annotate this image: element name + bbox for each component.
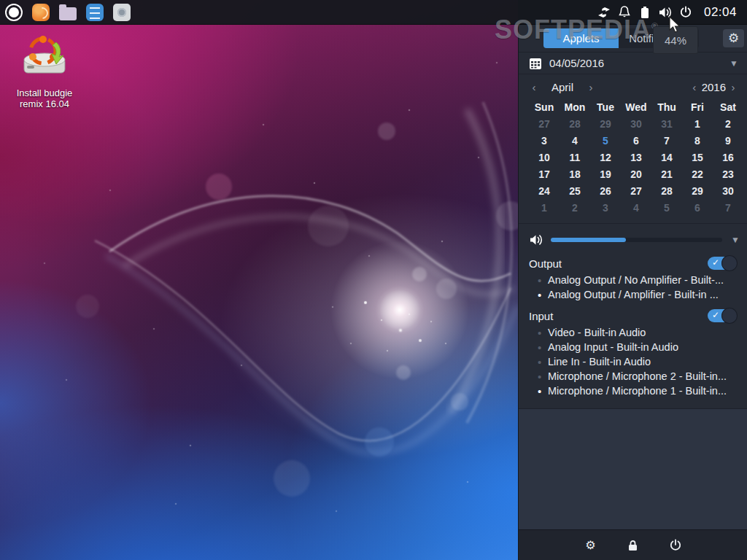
device-list-item[interactable]: •Video - Built-in Audio [538, 325, 741, 340]
desktop-icon-install-budgie[interactable]: Install budgie remix 16.04 [9, 32, 80, 109]
device-label: Analog Output / No Amplifier - Built-... [548, 274, 724, 286]
next-year-button[interactable]: › [728, 81, 738, 93]
clock[interactable]: 02:04 [698, 5, 740, 20]
output-heading-row: Output ✓ [519, 249, 747, 271]
software-launcher[interactable] [112, 2, 132, 23]
raven-tab-group: Applets Notifications [543, 28, 699, 48]
calendar-day[interactable]: 15 [682, 149, 713, 166]
device-list-item[interactable]: •Analog Input - Built-in Audio [538, 340, 741, 354]
calendar-day[interactable]: 29 [682, 182, 713, 199]
text-editor-launcher[interactable] [85, 2, 105, 23]
files-launcher[interactable] [58, 2, 78, 23]
calendar-day[interactable]: 19 [590, 166, 621, 182]
calendar-day[interactable]: 28 [560, 115, 590, 132]
calendar-day[interactable]: 27 [621, 182, 651, 199]
next-month-button[interactable]: › [586, 81, 596, 93]
raven-settings-button[interactable]: ⚙ [723, 29, 744, 47]
applets-area: 04/05/2016 ▼ ‹ April › ‹ 2016 › SunMonTu… [519, 52, 747, 409]
weekday-header: Fri [682, 99, 713, 115]
prev-year-button[interactable]: ‹ [689, 81, 700, 93]
calendar-day[interactable]: 1 [529, 199, 560, 216]
calendar-day[interactable]: 6 [682, 199, 713, 216]
calendar-day[interactable]: 3 [529, 132, 560, 149]
device-list-item[interactable]: •Analog Output / No Amplifier - Built-..… [538, 273, 741, 287]
device-list-item[interactable]: •Microphone / Microphone 1 - Built-in... [538, 384, 741, 398]
firefox-icon [32, 4, 50, 21]
calendar-day[interactable]: 16 [713, 149, 743, 166]
calendar-day[interactable]: 22 [682, 166, 713, 182]
calendar-day[interactable]: 7 [713, 199, 743, 216]
year-label: 2016 [700, 81, 728, 93]
chevron-down-icon[interactable]: ▼ [729, 58, 738, 69]
firefox-launcher[interactable] [31, 2, 51, 23]
notifications-bell-icon[interactable] [616, 4, 632, 21]
install-disk-icon [18, 32, 71, 82]
budgie-menu-button[interactable] [4, 2, 24, 23]
calendar-day[interactable]: 4 [560, 132, 590, 149]
sound-chevron-down-icon[interactable]: ▼ [731, 235, 740, 245]
prev-month-button[interactable]: ‹ [529, 81, 539, 93]
calendar-month-nav: ‹ April › ‹ 2016 › [519, 76, 747, 98]
calendar-day[interactable]: 1 [682, 115, 713, 132]
device-label: Microphone / Microphone 1 - Built-in... [548, 385, 727, 397]
input-toggle[interactable]: ✓ [708, 309, 737, 322]
power-icon[interactable] [678, 4, 694, 21]
speaker-icon [529, 233, 543, 246]
calendar-day[interactable]: 6 [621, 132, 651, 149]
network-icon[interactable] [596, 4, 612, 21]
calendar-day[interactable]: 5 [651, 199, 682, 216]
calendar-day[interactable]: 29 [590, 115, 621, 132]
footer-power-button[interactable] [664, 534, 687, 556]
calendar-day[interactable]: 9 [713, 132, 743, 149]
desktop-icon-label: Install budgie remix 16.04 [9, 88, 80, 109]
tab-notifications[interactable]: Notifications [619, 28, 699, 48]
calendar-grid: SunMonTueWedThuFriSat2728293031123456789… [519, 98, 747, 223]
device-label: Video - Built-in Audio [548, 327, 646, 338]
calendar-day[interactable]: 28 [651, 182, 682, 199]
calendar-day[interactable]: 21 [651, 166, 682, 182]
calendar-day[interactable]: 24 [529, 182, 560, 199]
calendar-day[interactable]: 13 [621, 149, 651, 166]
tab-applets[interactable]: Applets [543, 28, 619, 48]
bullet-icon: • [538, 385, 548, 397]
input-device-list: •Video - Built-in Audio•Analog Input - B… [519, 324, 747, 398]
toggle-knob [721, 255, 738, 271]
calendar-day[interactable]: 8 [682, 132, 713, 149]
volume-slider[interactable] [551, 238, 722, 242]
calendar-day[interactable]: 12 [590, 149, 621, 166]
calendar-day[interactable]: 4 [621, 199, 651, 216]
weekday-header: Tue [590, 99, 621, 115]
device-list-item[interactable]: •Analog Output / Amplifier - Built-in ..… [538, 287, 741, 302]
raven-footer: ⚙ [519, 529, 747, 560]
calendar-expander[interactable]: 04/05/2016 ▼ [519, 52, 747, 74]
calendar-day[interactable]: 2 [560, 199, 590, 216]
calendar-day[interactable]: 18 [560, 166, 590, 182]
device-label: Line In - Built-in Audio [548, 356, 651, 368]
calendar-icon [529, 57, 542, 70]
calendar-day[interactable]: 2 [713, 115, 743, 132]
calendar-day[interactable]: 20 [621, 166, 651, 182]
battery-icon[interactable] [637, 4, 653, 21]
volume-icon[interactable] [657, 4, 673, 21]
calendar-day[interactable]: 30 [621, 115, 651, 132]
calendar-day[interactable]: 30 [713, 182, 743, 199]
device-list-item[interactable]: •Microphone / Microphone 2 - Built-in... [538, 369, 741, 384]
calendar-day[interactable]: 10 [529, 149, 560, 166]
footer-lock-button[interactable] [622, 534, 645, 556]
device-list-item[interactable]: •Line In - Built-in Audio [538, 354, 741, 369]
calendar-day[interactable]: 3 [590, 199, 621, 216]
calendar-day[interactable]: 17 [529, 166, 560, 182]
calendar-day[interactable]: 7 [651, 132, 682, 149]
output-toggle[interactable]: ✓ [708, 257, 737, 270]
footer-settings-button[interactable]: ⚙ [579, 534, 603, 556]
calendar-day[interactable]: 23 [713, 166, 743, 182]
calendar-day[interactable]: 31 [651, 115, 682, 132]
calendar-day[interactable]: 5 [590, 132, 621, 149]
calendar-day[interactable]: 25 [560, 182, 590, 199]
calendar-day[interactable]: 11 [560, 149, 590, 166]
software-icon [113, 4, 131, 21]
calendar-day[interactable]: 14 [651, 149, 682, 166]
weekday-header: Sun [529, 99, 560, 115]
calendar-day[interactable]: 26 [590, 182, 621, 199]
calendar-day[interactable]: 27 [529, 115, 560, 132]
